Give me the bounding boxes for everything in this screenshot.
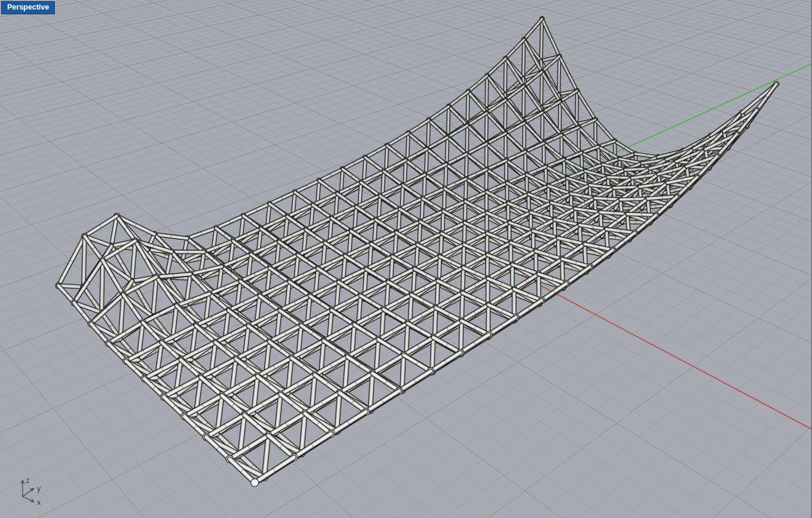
- perspective-viewport[interactable]: z y x Perspective: [0, 0, 812, 518]
- gizmo-y-arrow: [23, 488, 34, 497]
- gizmo-y-label: y: [37, 485, 41, 493]
- viewport-title: Perspective: [7, 3, 49, 11]
- gizmo-z-arrow: [21, 480, 24, 497]
- ground-grid-minor: [0, 0, 812, 518]
- gizmo-x-arrow: [23, 497, 34, 502]
- viewport-title-tab[interactable]: Perspective: [1, 1, 55, 14]
- gizmo-x-label: x: [37, 498, 41, 507]
- viewport-canvas[interactable]: z y x: [0, 0, 812, 518]
- gizmo-z-label: z: [26, 476, 30, 485]
